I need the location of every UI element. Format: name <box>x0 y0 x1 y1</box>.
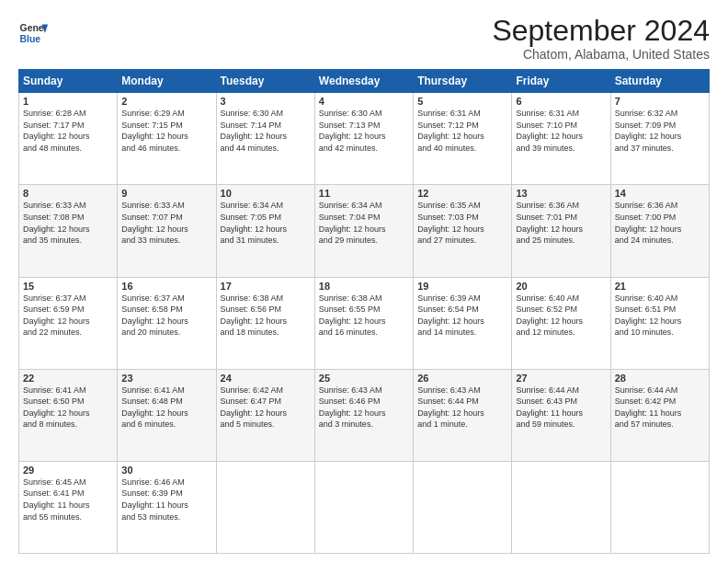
day-number: 7 <box>615 96 705 107</box>
calendar-week-row: 1Sunrise: 6:28 AM Sunset: 7:17 PM Daylig… <box>19 93 710 185</box>
day-number: 14 <box>615 188 705 199</box>
day-number: 10 <box>221 188 311 199</box>
day-info: Sunrise: 6:33 AM Sunset: 7:08 PM Dayligh… <box>23 200 113 246</box>
table-row: 17Sunrise: 6:38 AM Sunset: 6:56 PM Dayli… <box>216 277 314 369</box>
table-row: 8Sunrise: 6:33 AM Sunset: 7:08 PM Daylig… <box>19 185 118 277</box>
col-thursday: Thursday <box>414 70 512 93</box>
day-info: Sunrise: 6:37 AM Sunset: 6:58 PM Dayligh… <box>121 293 211 339</box>
table-row: 22Sunrise: 6:41 AM Sunset: 6:50 PM Dayli… <box>19 369 118 461</box>
table-row: 14Sunrise: 6:36 AM Sunset: 7:00 PM Dayli… <box>610 185 709 277</box>
header: General Blue September 2024 Chatom, Alab… <box>18 15 710 62</box>
day-info: Sunrise: 6:45 AM Sunset: 6:41 PM Dayligh… <box>23 477 113 523</box>
table-row: 1Sunrise: 6:28 AM Sunset: 7:17 PM Daylig… <box>19 93 118 185</box>
day-number: 15 <box>23 281 113 292</box>
table-row: 3Sunrise: 6:30 AM Sunset: 7:14 PM Daylig… <box>216 93 314 185</box>
day-info: Sunrise: 6:43 AM Sunset: 6:46 PM Dayligh… <box>319 385 409 431</box>
day-number: 23 <box>121 373 211 384</box>
day-number: 12 <box>417 188 507 199</box>
day-info: Sunrise: 6:43 AM Sunset: 6:44 PM Dayligh… <box>417 385 507 431</box>
col-tuesday: Tuesday <box>216 70 314 93</box>
day-info: Sunrise: 6:32 AM Sunset: 7:09 PM Dayligh… <box>615 108 705 154</box>
day-info: Sunrise: 6:31 AM Sunset: 7:12 PM Dayligh… <box>417 108 507 154</box>
day-info: Sunrise: 6:36 AM Sunset: 7:00 PM Dayligh… <box>615 200 705 246</box>
col-saturday: Saturday <box>610 70 709 93</box>
title-block: September 2024 Chatom, Alabama, United S… <box>492 15 710 62</box>
table-row: 29Sunrise: 6:45 AM Sunset: 6:41 PM Dayli… <box>19 461 118 553</box>
table-row: 18Sunrise: 6:38 AM Sunset: 6:55 PM Dayli… <box>314 277 413 369</box>
day-info: Sunrise: 6:33 AM Sunset: 7:07 PM Dayligh… <box>121 200 211 246</box>
table-row: 16Sunrise: 6:37 AM Sunset: 6:58 PM Dayli… <box>118 277 216 369</box>
table-row: 28Sunrise: 6:44 AM Sunset: 6:42 PM Dayli… <box>610 369 709 461</box>
day-number: 27 <box>516 373 606 384</box>
table-row: 30Sunrise: 6:46 AM Sunset: 6:39 PM Dayli… <box>118 461 216 553</box>
day-number: 5 <box>417 96 507 107</box>
table-row <box>610 461 709 553</box>
table-row: 9Sunrise: 6:33 AM Sunset: 7:07 PM Daylig… <box>118 185 216 277</box>
table-row: 15Sunrise: 6:37 AM Sunset: 6:59 PM Dayli… <box>19 277 118 369</box>
day-number: 6 <box>516 96 606 107</box>
subtitle: Chatom, Alabama, United States <box>492 47 710 62</box>
day-number: 17 <box>221 281 311 292</box>
day-info: Sunrise: 6:30 AM Sunset: 7:14 PM Dayligh… <box>221 108 311 154</box>
day-info: Sunrise: 6:44 AM Sunset: 6:42 PM Dayligh… <box>615 385 705 431</box>
col-sunday: Sunday <box>19 70 118 93</box>
calendar-week-row: 8Sunrise: 6:33 AM Sunset: 7:08 PM Daylig… <box>19 185 710 277</box>
table-row: 5Sunrise: 6:31 AM Sunset: 7:12 PM Daylig… <box>414 93 512 185</box>
day-info: Sunrise: 6:29 AM Sunset: 7:15 PM Dayligh… <box>121 108 211 154</box>
day-info: Sunrise: 6:46 AM Sunset: 6:39 PM Dayligh… <box>121 477 211 523</box>
day-info: Sunrise: 6:41 AM Sunset: 6:48 PM Dayligh… <box>121 385 211 431</box>
table-row: 2Sunrise: 6:29 AM Sunset: 7:15 PM Daylig… <box>118 93 216 185</box>
table-row <box>216 461 314 553</box>
calendar-header-row: Sunday Monday Tuesday Wednesday Thursday… <box>19 70 710 93</box>
table-row: 19Sunrise: 6:39 AM Sunset: 6:54 PM Dayli… <box>414 277 512 369</box>
day-info: Sunrise: 6:34 AM Sunset: 7:04 PM Dayligh… <box>319 200 409 246</box>
day-info: Sunrise: 6:35 AM Sunset: 7:03 PM Dayligh… <box>417 200 507 246</box>
day-info: Sunrise: 6:38 AM Sunset: 6:56 PM Dayligh… <box>221 293 311 339</box>
table-row <box>414 461 512 553</box>
day-info: Sunrise: 6:28 AM Sunset: 7:17 PM Dayligh… <box>23 108 113 154</box>
table-row <box>314 461 413 553</box>
day-number: 25 <box>319 373 409 384</box>
day-info: Sunrise: 6:34 AM Sunset: 7:05 PM Dayligh… <box>221 200 311 246</box>
main-title: September 2024 <box>492 15 710 47</box>
day-info: Sunrise: 6:44 AM Sunset: 6:43 PM Dayligh… <box>516 385 606 431</box>
day-number: 2 <box>121 96 211 107</box>
day-info: Sunrise: 6:31 AM Sunset: 7:10 PM Dayligh… <box>516 108 606 154</box>
day-number: 3 <box>221 96 311 107</box>
table-row: 20Sunrise: 6:40 AM Sunset: 6:52 PM Dayli… <box>512 277 610 369</box>
day-number: 8 <box>23 188 113 199</box>
day-number: 30 <box>121 465 211 476</box>
day-info: Sunrise: 6:39 AM Sunset: 6:54 PM Dayligh… <box>417 293 507 339</box>
calendar-week-row: 15Sunrise: 6:37 AM Sunset: 6:59 PM Dayli… <box>19 277 710 369</box>
table-row: 11Sunrise: 6:34 AM Sunset: 7:04 PM Dayli… <box>314 185 413 277</box>
logo: General Blue <box>18 18 48 48</box>
day-number: 19 <box>417 281 507 292</box>
table-row: 13Sunrise: 6:36 AM Sunset: 7:01 PM Dayli… <box>512 185 610 277</box>
col-monday: Monday <box>118 70 216 93</box>
day-info: Sunrise: 6:41 AM Sunset: 6:50 PM Dayligh… <box>23 385 113 431</box>
table-row: 26Sunrise: 6:43 AM Sunset: 6:44 PM Dayli… <box>414 369 512 461</box>
day-number: 18 <box>319 281 409 292</box>
col-wednesday: Wednesday <box>314 70 413 93</box>
page: General Blue September 2024 Chatom, Alab… <box>0 0 728 563</box>
day-number: 11 <box>319 188 409 199</box>
day-number: 1 <box>23 96 113 107</box>
day-info: Sunrise: 6:38 AM Sunset: 6:55 PM Dayligh… <box>319 293 409 339</box>
day-number: 9 <box>121 188 211 199</box>
table-row: 6Sunrise: 6:31 AM Sunset: 7:10 PM Daylig… <box>512 93 610 185</box>
day-number: 20 <box>516 281 606 292</box>
table-row: 12Sunrise: 6:35 AM Sunset: 7:03 PM Dayli… <box>414 185 512 277</box>
table-row: 21Sunrise: 6:40 AM Sunset: 6:51 PM Dayli… <box>610 277 709 369</box>
table-row: 7Sunrise: 6:32 AM Sunset: 7:09 PM Daylig… <box>610 93 709 185</box>
day-number: 21 <box>615 281 705 292</box>
day-number: 16 <box>121 281 211 292</box>
table-row: 10Sunrise: 6:34 AM Sunset: 7:05 PM Dayli… <box>216 185 314 277</box>
logo-icon: General Blue <box>18 18 48 48</box>
day-info: Sunrise: 6:30 AM Sunset: 7:13 PM Dayligh… <box>319 108 409 154</box>
table-row: 4Sunrise: 6:30 AM Sunset: 7:13 PM Daylig… <box>314 93 413 185</box>
col-friday: Friday <box>512 70 610 93</box>
table-row: 27Sunrise: 6:44 AM Sunset: 6:43 PM Dayli… <box>512 369 610 461</box>
day-number: 26 <box>417 373 507 384</box>
calendar-table: Sunday Monday Tuesday Wednesday Thursday… <box>18 69 710 554</box>
table-row: 23Sunrise: 6:41 AM Sunset: 6:48 PM Dayli… <box>118 369 216 461</box>
